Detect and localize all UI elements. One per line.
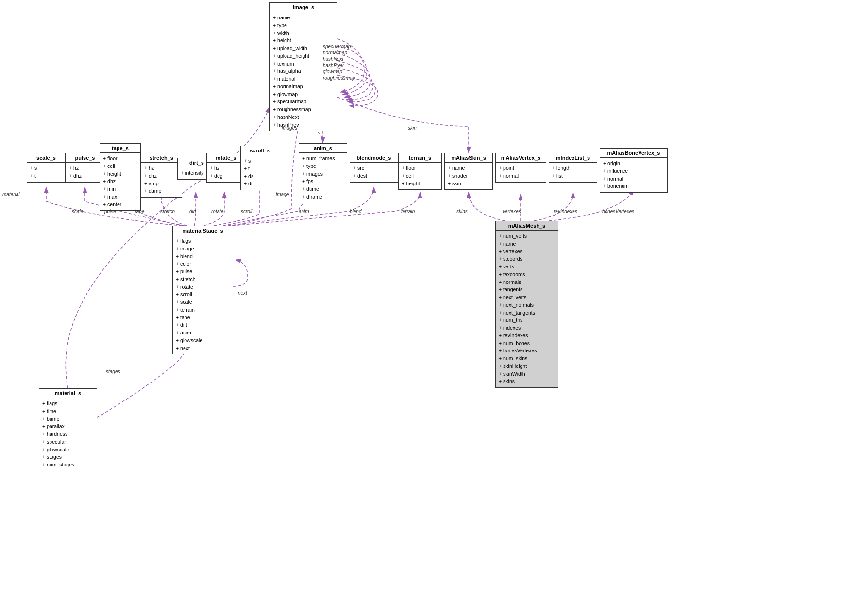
title-mAliasBoneVertex_s: mAliasBoneVertex_s <box>600 149 667 158</box>
attrs-tape_s: + floor+ ceil+ height+ dhz+ min+ max+ ce… <box>100 153 140 210</box>
attrs-anim_s: + num_frames+ type+ images+ fps+ dtime+ … <box>299 153 347 203</box>
edge-label: vertexes <box>503 209 521 214</box>
attr-item: + dest <box>353 172 395 180</box>
attr-item: + fps <box>302 178 344 185</box>
attrs-scale_s: + s+ t <box>27 163 65 182</box>
attr-item: + images <box>302 170 344 178</box>
box-mAliasVertex_s: mAliasVertex_s+ point+ normal <box>495 153 546 183</box>
attr-item: + stcoords <box>499 255 555 263</box>
attr-item: + ceil <box>103 163 137 170</box>
attrs-terrain_s: + floor+ ceil+ height <box>399 163 441 189</box>
attr-item: + roughnessmap <box>273 106 334 114</box>
attr-item: + num_stages <box>42 461 94 469</box>
attrs-mIndexList_s: + length+ list <box>549 163 597 182</box>
box-pulse_s: pulse_s+ hz+ dhz <box>66 153 104 183</box>
edge-label: material <box>2 192 20 197</box>
title-mAliasMesh_s: mAliasMesh_s <box>496 221 558 231</box>
attr-item: + ceil <box>402 172 438 180</box>
edge-label: hashPrev <box>323 63 343 68</box>
attr-item: + point <box>499 165 543 172</box>
attrs-mAliasSkin_s: + name+ shader+ skin <box>445 163 492 189</box>
attr-item: + indexes <box>499 324 555 332</box>
attr-item: + type <box>273 22 334 30</box>
attrs-stretch_s: + hz+ dhz+ amp+ damp <box>141 163 182 197</box>
attr-item: + length <box>552 165 594 172</box>
attr-item: + width <box>273 30 334 37</box>
edge-label: bonesVertexes <box>602 209 634 214</box>
attr-item: + bonesVertexes <box>499 347 555 355</box>
attr-item: + texcoords <box>499 271 555 279</box>
attr-item: + pulse <box>176 268 230 276</box>
attr-item: + hz <box>69 165 101 172</box>
attr-item: + hz <box>210 165 242 172</box>
attr-item: + image <box>176 245 230 253</box>
attr-item: + next_normals <box>499 301 555 309</box>
attrs-rotate_s: + hz+ deg <box>207 163 245 182</box>
title-mAliasSkin_s: mAliasSkin_s <box>445 153 492 163</box>
attrs-pulse_s: + hz+ dhz <box>66 163 104 182</box>
attr-item: + name <box>273 14 334 22</box>
attr-item: + amp <box>144 180 179 188</box>
title-scale_s: scale_s <box>27 153 65 163</box>
diagram-container: image_s+ name+ type+ width+ height+ uplo… <box>0 0 842 616</box>
attr-item: + flags <box>176 237 230 245</box>
attr-item: + num_bones <box>499 340 555 348</box>
attr-item: + tape <box>176 314 230 322</box>
attr-item: + skinHeight <box>499 363 555 370</box>
attr-item: + skins <box>499 378 555 385</box>
attr-item: + list <box>552 172 594 180</box>
attr-item: + rotate <box>176 283 230 291</box>
title-mAliasVertex_s: mAliasVertex_s <box>496 153 546 163</box>
attr-item: + normalmap <box>273 83 334 91</box>
attrs-scroll_s: + s+ t+ ds+ dt <box>241 155 279 190</box>
attr-item: + name <box>448 165 489 172</box>
attr-item: + shader <box>448 172 489 180</box>
attr-item: + tangents <box>499 286 555 294</box>
edge-label: skins <box>456 209 468 214</box>
attr-item: + next_verts <box>499 294 555 301</box>
attr-item: + normals <box>499 279 555 286</box>
attr-item: + glowscale <box>176 337 230 345</box>
attr-item: + hardness <box>42 431 94 438</box>
attr-item: + scroll <box>176 291 230 299</box>
edge-label: glowmap <box>323 69 342 74</box>
attr-item: + damp <box>144 187 179 195</box>
attr-item: + num_tris <box>499 316 555 324</box>
attrs-mAliasBoneVertex_s: + origin+ influence+ normal+ bonenum <box>600 158 667 192</box>
attr-item: + dirt <box>176 321 230 329</box>
edge-label: image <box>276 192 289 197</box>
attr-item: + scale <box>176 299 230 306</box>
edge-label: rotate <box>211 209 224 214</box>
attr-item: + dhz <box>103 178 137 185</box>
edge-label: pulse <box>104 209 116 214</box>
attr-item: + max <box>103 193 137 201</box>
attr-item: + t <box>244 165 276 173</box>
edge-label: stages <box>106 369 120 374</box>
attr-item: + skinWidth <box>499 370 555 378</box>
attr-item: + time <box>42 408 94 416</box>
edge-label: images <box>282 125 297 131</box>
attr-item: + num_skins <box>499 355 555 363</box>
box-material_s: material_s+ flags+ time+ bump+ parallax+… <box>39 388 97 471</box>
edge-label: revIndexes <box>554 209 577 214</box>
title-blendmode_s: blendmode_s <box>350 153 398 163</box>
attr-item: + verts <box>499 263 555 271</box>
attr-item: + glowmap <box>273 91 334 99</box>
attr-item: + s <box>244 157 276 165</box>
attrs-blendmode_s: + src+ dest <box>350 163 398 182</box>
attr-item: + origin <box>603 160 664 167</box>
box-stretch_s: stretch_s+ hz+ dhz+ amp+ damp <box>141 153 182 198</box>
title-materialStage_s: materialStage_s <box>173 226 233 235</box>
attrs-material_s: + flags+ time+ bump+ parallax+ hardness+… <box>39 398 97 471</box>
title-tape_s: tape_s <box>100 144 140 153</box>
box-scale_s: scale_s+ s+ t <box>27 153 66 183</box>
attr-item: + next_tangents <box>499 309 555 317</box>
attr-item: + dhz <box>144 172 179 180</box>
edge-label: roughnessmap <box>323 75 355 81</box>
box-rotate_s: rotate_s+ hz+ deg <box>206 153 245 183</box>
edge-label: anim <box>299 209 309 214</box>
title-material_s: material_s <box>39 389 97 398</box>
title-anim_s: anim_s <box>299 144 347 153</box>
attr-item: + flags <box>42 400 94 408</box>
attr-item: + blend <box>176 253 230 261</box>
